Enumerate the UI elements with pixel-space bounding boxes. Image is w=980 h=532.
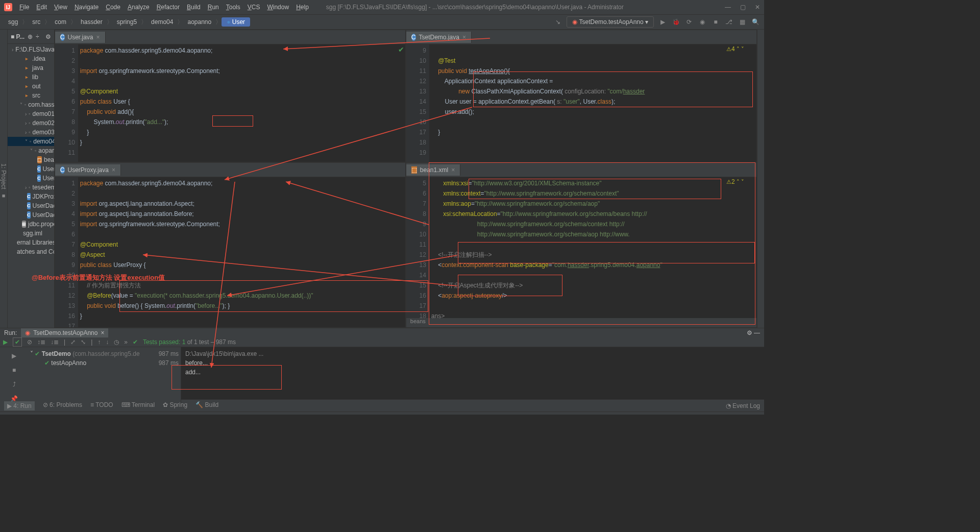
exit-button[interactable]: ⤴ (9, 379, 20, 390)
tree-node[interactable]: ▸ .idea (8, 54, 54, 63)
tree-node[interactable]: ›▫ demo02 (8, 118, 54, 128)
prev-icon[interactable]: ↑ (97, 338, 101, 346)
tree-node[interactable]: ˅▫ demo04 (8, 137, 54, 146)
minimize-icon[interactable]: — (725, 4, 731, 11)
history-icon[interactable]: ◷ (114, 338, 119, 346)
gear-icon[interactable]: ⚙ (45, 33, 51, 40)
breadcrumb-item[interactable]: spring5 (113, 17, 141, 27)
tree-node[interactable]: ⊞ jdbc.properties (8, 220, 54, 229)
tree-node[interactable]: atches and Consoles (8, 247, 54, 256)
tree-node[interactable]: ernal Libraries (8, 238, 54, 247)
stop-button[interactable]: ■ (9, 365, 20, 376)
close-icon[interactable]: × (462, 34, 466, 41)
menu-file[interactable]: File (19, 4, 29, 11)
tree-node[interactable]: ˅▫ com.hassder.spring (8, 100, 54, 109)
tree-node[interactable]: ▸ java (8, 63, 54, 72)
encoding-info[interactable]: CRLF UTF-8 4 spaces (612, 414, 674, 415)
bottom-tab[interactable]: ⊘ 6: Problems (43, 401, 82, 410)
tab-proxy[interactable]: CUserProxy.java× (55, 164, 121, 176)
close-icon[interactable]: × (451, 166, 455, 174)
bottom-tab[interactable]: ≡ TODO (90, 401, 113, 410)
tree-node[interactable]: ›▫ tesedemo (8, 183, 54, 192)
sort-icon[interactable]: ↕≣ (37, 338, 45, 346)
collapse-icon[interactable]: ⤡ (81, 338, 86, 346)
menu-view[interactable]: View (54, 4, 67, 11)
tab-xml[interactable]: ⬚bean1.xml× (406, 164, 460, 176)
build-icon[interactable]: ↘ (553, 18, 562, 26)
rerun-button[interactable]: ▶ (9, 350, 20, 361)
breadcrumb-item[interactable]: com (51, 17, 70, 27)
sort2-icon[interactable]: ↓≣ (51, 338, 59, 346)
gear-icon[interactable]: ⚙ — (747, 329, 760, 336)
run-tab[interactable]: ◉TsetDemo.testAopAnno× (21, 328, 108, 337)
menu-refactor[interactable]: Refactor (157, 4, 180, 11)
target-icon[interactable]: ⊕ (28, 33, 33, 40)
test-tree[interactable]: ˅ ✔ TsetDemo (com.hassder.spring5.de 987… (28, 347, 181, 407)
close-icon[interactable]: × (112, 166, 115, 174)
rerun-icon[interactable]: ▶ (3, 338, 8, 346)
menu-help[interactable]: Help (296, 4, 309, 11)
menu-run[interactable]: Run (208, 4, 219, 11)
coverage-icon[interactable]: ⟳ (684, 18, 694, 26)
editor-splitter: CUser.java× 1234567891011 package com.ha… (55, 30, 757, 328)
menu-analyze[interactable]: Analyze (128, 4, 150, 11)
close-icon[interactable]: × (101, 329, 104, 336)
maximize-icon[interactable]: ▢ (740, 4, 746, 11)
menu-tools[interactable]: Tools (226, 4, 240, 11)
tree-node[interactable]: sgg.iml (8, 229, 54, 238)
warning-badge: ⚠4 ˄ ˅ (726, 45, 744, 53)
close-icon[interactable]: × (96, 34, 100, 41)
bottom-tab[interactable]: ✿ Spring (163, 401, 187, 410)
tree-node[interactable]: ›▫ demo01 (8, 109, 54, 118)
profile-icon[interactable]: ◉ (698, 18, 707, 26)
stop-icon[interactable]: ■ (711, 18, 720, 26)
next-icon[interactable]: ↓ (106, 338, 109, 346)
left-tool-stripe[interactable]: 1: Project ■ (0, 30, 8, 328)
tree-node[interactable]: ▸ lib (8, 72, 54, 82)
expand-icon[interactable]: ⤢ (70, 338, 76, 346)
event-log-button[interactable]: ◔ Event Log (726, 402, 760, 409)
run-icon[interactable]: ▶ (658, 18, 667, 26)
menu-code[interactable]: Code (106, 4, 120, 11)
close-icon[interactable]: ✕ (755, 4, 760, 11)
status-bar: ☐ Tests passed: 1 (14 minutes ago) 11:1 … (0, 412, 764, 415)
menu-edit[interactable]: Edit (36, 4, 47, 11)
toggle-pass-icon[interactable]: ✔ (13, 337, 22, 347)
search-icon[interactable]: 🔍 (751, 18, 760, 26)
run-config-selector[interactable]: ◉ TsetDemo.testAopAnno ▾ (567, 16, 654, 28)
structure-icon[interactable]: ▦ (738, 18, 747, 26)
breadcrumb: sgg〉src〉com〉hassder〉spring5〉demo04〉aopan… (4, 17, 250, 27)
vcs-icon[interactable]: ⎇ (724, 18, 733, 26)
menu-window[interactable]: Window (267, 4, 289, 11)
menu-navigate[interactable]: Navigate (75, 4, 99, 11)
tree-node[interactable]: ▸ out (8, 82, 54, 91)
tree-node[interactable]: ˅▫ aopanno (8, 146, 54, 155)
menu-vcs[interactable]: VCS (248, 4, 260, 11)
breadcrumb-item[interactable]: sgg (4, 17, 22, 27)
breadcrumb-item[interactable]: ● User (222, 17, 250, 27)
tree-node[interactable]: C UserDao (8, 201, 54, 210)
tree-node[interactable]: C JDKProxy.java (8, 192, 54, 201)
tree-node[interactable]: ▸ src (8, 91, 54, 100)
breadcrumb-item[interactable]: demo04 (147, 17, 177, 27)
debug-icon[interactable]: 🐞 (671, 18, 680, 26)
right-tool-stripe[interactable] (757, 30, 764, 328)
breadcrumb-item[interactable]: hassder (77, 17, 107, 27)
bottom-tab[interactable]: 🔨 Build (195, 401, 218, 410)
tree-node[interactable]: C UserProxy (8, 174, 54, 183)
menu-build[interactable]: Build (187, 4, 201, 11)
bottom-tab[interactable]: ▶ 4: Run (4, 401, 35, 410)
tree-node[interactable]: ⬚ bean1.xml (8, 155, 54, 164)
tree-node[interactable]: C UserDaoImpl (8, 210, 54, 220)
ignore-icon[interactable]: ⊘ (27, 338, 32, 346)
tab-test[interactable]: CTsetDemo.java× (406, 32, 472, 43)
tree-node[interactable]: C User (8, 164, 54, 174)
breadcrumb-item[interactable]: aopanno (183, 17, 215, 27)
watermark: https://blog.csdn.net/Hassder (681, 414, 760, 415)
tab-user[interactable]: CUser.java× (55, 32, 106, 43)
tree-node[interactable]: ›▫ demo03 (8, 128, 54, 137)
breadcrumb-item[interactable]: src (28, 17, 44, 27)
collapse-icon[interactable]: ÷ (36, 33, 39, 40)
console-output[interactable]: D:\Java\jdk15\bin\java.exe ... before...… (181, 347, 764, 407)
bottom-tab[interactable]: ⌨ Terminal (121, 401, 155, 410)
